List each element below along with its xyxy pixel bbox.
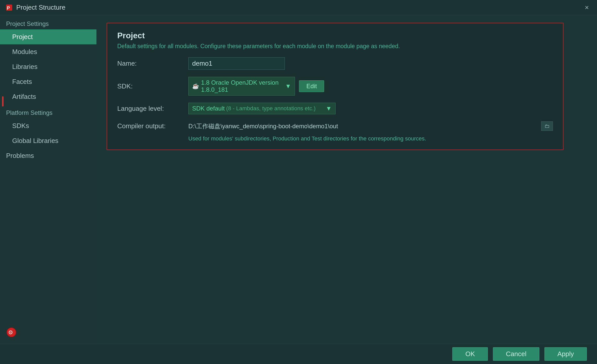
sidebar: Project Settings Project Modules Librari… — [0, 0, 96, 364]
sdk-dropdown-arrow: ▼ — [285, 83, 291, 90]
sdk-dropdown[interactable]: ☕ 1.8 Oracle OpenJDK version 1.8.0_181 ▼ — [188, 77, 295, 96]
sidebar-item-project[interactable]: Project — [0, 29, 96, 44]
compiler-output-row: Compiler output: D:\工作磁盘\yanwc_demo\spri… — [117, 121, 553, 131]
main-content: Project Default settings for all modules… — [96, 15, 597, 344]
cancel-button[interactable]: Cancel — [493, 347, 539, 361]
name-row: Name: — [117, 57, 553, 70]
close-button[interactable]: × — [582, 3, 592, 13]
sidebar-item-libraries[interactable]: Libraries — [0, 59, 96, 74]
sdk-dropdown-text: 1.8 Oracle OpenJDK version 1.8.0_181 — [201, 79, 283, 93]
app-icon: P — [5, 4, 13, 12]
sidebar-item-artifacts[interactable]: Artifacts — [0, 89, 96, 104]
language-level-dropdown[interactable]: SDK default (8 - Lambdas, type annotatio… — [188, 103, 336, 114]
language-level-row: Language level: SDK default (8 - Lambdas… — [117, 103, 553, 114]
sidebar-item-modules[interactable]: Modules — [0, 44, 96, 59]
name-label: Name: — [117, 60, 188, 67]
compiler-output-label: Compiler output: — [117, 122, 188, 130]
svg-text:⚙: ⚙ — [8, 329, 13, 336]
panel-subtitle: Default settings for all modules. Config… — [117, 43, 553, 50]
sidebar-item-sdks[interactable]: SDKs — [0, 118, 96, 133]
sidebar-item-problems[interactable]: Problems — [0, 148, 96, 163]
edit-sdk-button[interactable]: Edit — [299, 80, 324, 92]
sidebar-item-global-libraries[interactable]: Global Libraries — [0, 133, 96, 148]
browse-folder-button[interactable]: 🗀 — [541, 121, 553, 131]
apply-button[interactable]: Apply — [544, 347, 587, 361]
sdk-select-wrapper: ☕ 1.8 Oracle OpenJDK version 1.8.0_181 ▼… — [188, 77, 324, 96]
platform-settings-section-label: Platform Settings — [0, 104, 96, 118]
project-settings-section-label: Project Settings — [0, 15, 96, 29]
svg-text:P: P — [7, 6, 10, 11]
bottom-bar: OK Cancel Apply — [0, 344, 597, 364]
compiler-output-path: D:\工作磁盘\yanwc_demo\spring-boot-demo\demo… — [188, 122, 538, 130]
compiler-note: Used for modules' subdirectories, Produc… — [188, 135, 553, 142]
sdk-label: SDK: — [117, 82, 188, 90]
language-level-label: Language level: — [117, 105, 188, 113]
sdk-row: SDK: ☕ 1.8 Oracle OpenJDK version 1.8.0_… — [117, 77, 553, 96]
settings-gear-icon[interactable]: ⚙ — [5, 326, 18, 339]
name-input[interactable] — [188, 57, 285, 70]
left-marker — [2, 96, 4, 106]
lang-dropdown-arrow: ▼ — [326, 105, 332, 112]
sidebar-item-facets[interactable]: Facets — [0, 74, 96, 89]
title-bar: P Project Structure × — [0, 0, 597, 15]
lang-detail-text: (8 - Lambdas, type annotations etc.) — [226, 105, 316, 112]
java-icon: ☕ — [192, 83, 199, 89]
lang-default-text: SDK default — [192, 105, 225, 112]
ok-button[interactable]: OK — [452, 347, 488, 361]
window-title: Project Structure — [16, 4, 582, 11]
content-panel: Project Default settings for all modules… — [107, 23, 563, 150]
panel-title: Project — [117, 31, 553, 40]
